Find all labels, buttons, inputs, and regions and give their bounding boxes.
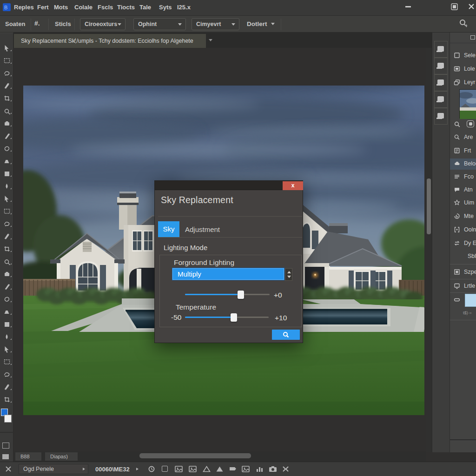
svg-text:B: B [4,5,7,10]
